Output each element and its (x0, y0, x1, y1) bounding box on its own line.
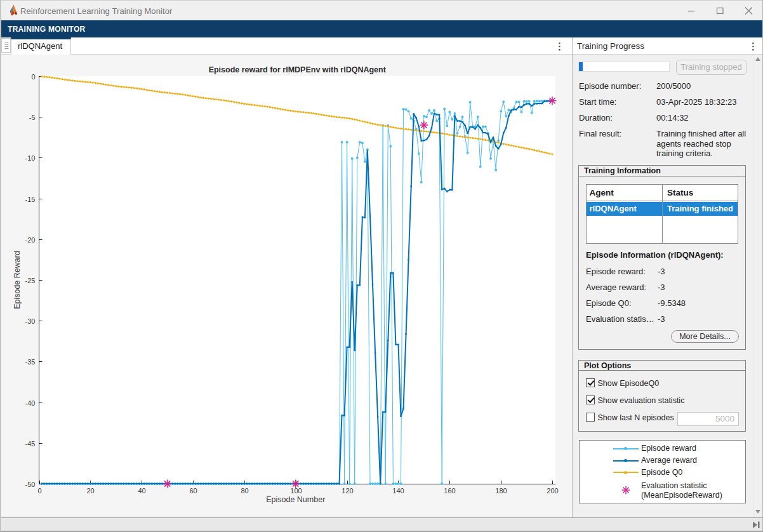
tab-rldqnagent[interactable]: rlDQNAgent (11, 37, 71, 55)
show-last-n-episodes-checkbox[interactable] (586, 413, 595, 422)
svg-text:Episode Number: Episode Number (266, 495, 325, 504)
training-chart-figure: Episode reward for rlMDPEnv with rlDQNAg… (1, 55, 572, 517)
episode-reward-chart[interactable]: Episode reward for rlMDPEnv with rlDQNAg… (1, 55, 572, 517)
show-episodeq0-checkbox[interactable] (586, 378, 595, 387)
svg-text:-20: -20 (25, 236, 36, 244)
training-progress-bar (578, 62, 670, 72)
training-progress-panel: Training stopped Episode number: 200/500… (573, 55, 763, 517)
document-tab-bar: rlDQNAgent ⋮ Training Progress ⋮ (1, 37, 762, 55)
show-evaluation-statistic-label: Show evaluation statistic (598, 396, 685, 405)
legend-line-episode-q0 (613, 472, 639, 473)
progress-fill (579, 62, 583, 71)
svg-text:100: 100 (290, 487, 302, 495)
last-n-episodes-input[interactable]: 5000 (677, 412, 739, 426)
col-status: Status (667, 188, 693, 197)
episode-q0-value: -9.5348 (658, 298, 686, 308)
episode-number-label: Episode number: (579, 81, 641, 91)
svg-text:-50: -50 (25, 481, 36, 488)
agent-status-table[interactable]: Agent Status rlDQNAgent Training finishe… (586, 184, 738, 244)
svg-text:80: 80 (241, 487, 248, 495)
legend-label-episode-q0: Episode Q0 (641, 468, 682, 477)
episode-reward-value: -3 (658, 267, 665, 276)
more-details-button[interactable]: More Details... (671, 330, 739, 343)
cell-agent: rlDQNAgent (590, 204, 637, 213)
svg-text:0: 0 (31, 73, 35, 81)
svg-text:-45: -45 (25, 440, 36, 448)
legend-line-average-reward (613, 460, 639, 462)
figure-actions-menu-icon[interactable]: ⋮ (555, 41, 564, 52)
svg-text:Episode reward for rlMDPEnv wi: Episode reward for rlMDPEnv with rlDQNAg… (209, 65, 387, 74)
matlab-logo-icon (10, 4, 18, 17)
window-titlebar[interactable]: Reinforcement Learning Training Monitor (1, 1, 762, 20)
scroll-up-icon[interactable] (755, 57, 760, 61)
duration-value: 00:14:32 (656, 113, 746, 123)
duration-label: Duration: (579, 113, 613, 123)
show-last-n-episodes-label: Show last N episodes (598, 413, 674, 422)
start-time-label: Start time: (579, 97, 616, 107)
close-button[interactable] (739, 1, 758, 20)
start-time-value: 03-Apr-2025 18:32:23 (656, 97, 746, 107)
training-stopped-button[interactable]: Training stopped (676, 60, 746, 75)
svg-text:200: 200 (547, 487, 558, 495)
show-evaluation-statistic-checkbox[interactable] (586, 396, 595, 404)
toolstrip-bar: TRAINING MONITOR (1, 20, 762, 37)
average-reward-value: -3 (658, 283, 665, 292)
grip-icon (4, 43, 10, 50)
episode-reward-label: Episode reward: (586, 267, 646, 276)
status-bar (1, 517, 762, 531)
svg-text:-35: -35 (25, 358, 36, 366)
toolstrip-tab-training-monitor[interactable]: TRAINING MONITOR (8, 25, 86, 34)
app-window: Reinforcement Learning Training Monitor … (0, 0, 763, 532)
tab-label: rlDQNAgent (18, 41, 62, 51)
final-result-value: Training finished after all agents reach… (656, 129, 746, 159)
training-information-title: Training Information (584, 166, 661, 175)
maximize-button[interactable] (710, 1, 729, 20)
svg-text:60: 60 (189, 487, 197, 495)
legend-label-average-reward: Average reward (641, 456, 697, 465)
svg-text:-30: -30 (25, 317, 36, 325)
svg-text:160: 160 (444, 487, 455, 495)
final-result-label: Final result: (579, 129, 621, 138)
svg-text:180: 180 (495, 487, 507, 495)
show-episodeq0-label: Show EpisodeQ0 (598, 379, 660, 388)
scroll-down-icon[interactable] (755, 510, 760, 514)
episode-information-title: Episode Information (rlDQNAgent): (586, 250, 724, 260)
plot-options-group: Plot Options Show EpisodeQ0 Show evaluat… (578, 360, 746, 432)
svg-text:40: 40 (138, 487, 145, 495)
svg-text:120: 120 (342, 487, 353, 495)
legend-asterisk-icon (621, 485, 631, 495)
tab-group-handle[interactable] (1, 38, 11, 53)
evaluation-statistic-value: -3 (658, 314, 665, 324)
panel-actions-menu-icon[interactable]: ⋮ (748, 41, 757, 52)
evaluation-statistic-label: Evaluation statis… (586, 314, 654, 324)
chart-legend: Episode reward Average reward Episode Q0… (579, 440, 746, 503)
plot-options-title: Plot Options (584, 361, 631, 370)
cell-status: Training finished (667, 204, 733, 213)
legend-label-episode-reward: Episode reward (641, 444, 696, 453)
average-reward-label: Average reward: (586, 283, 646, 292)
svg-text:-15: -15 (25, 196, 36, 203)
episode-number-value: 200/5000 (656, 81, 746, 91)
svg-text:-25: -25 (25, 277, 36, 284)
col-agent: Agent (590, 188, 614, 197)
svg-text:-10: -10 (25, 154, 36, 162)
panel-scrollbar[interactable] (753, 55, 762, 517)
legend-line-episode-reward (613, 448, 639, 449)
svg-text:Episode Reward: Episode Reward (13, 251, 22, 309)
episode-q0-label: Episode Q0: (586, 298, 632, 308)
panel-title: Training Progress (577, 41, 644, 51)
svg-text:0: 0 (37, 487, 41, 495)
legend-label-evaluation-statistic: Evaluation statistic (MeanEpisodeReward) (641, 481, 722, 500)
window-title: Reinforcement Learning Training Monitor (20, 6, 172, 16)
svg-text:-40: -40 (25, 399, 36, 407)
svg-text:-5: -5 (29, 114, 36, 121)
svg-text:20: 20 (86, 487, 94, 495)
skip-to-end-icon[interactable] (753, 521, 760, 529)
svg-text:140: 140 (392, 487, 404, 495)
minimize-button[interactable] (682, 1, 701, 20)
